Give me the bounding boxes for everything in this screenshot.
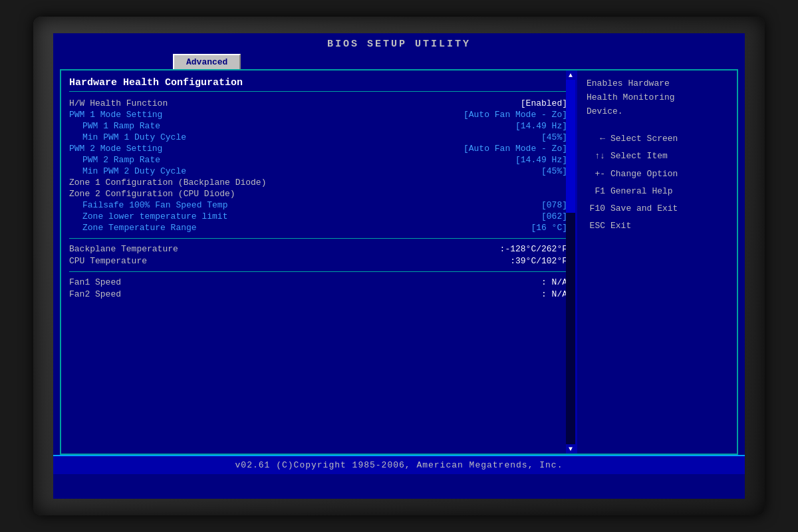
row-zone-lower-value: [062] (541, 211, 567, 221)
key-sym-updown: ↑↓ (587, 149, 605, 164)
key-desc-change-option: Change Option (610, 167, 678, 182)
row-zone-range[interactable]: Zone Temperature Range [16 °C] (69, 223, 567, 233)
row-pwm2-mode-value: [Auto Fan Mode - Zo] (464, 144, 567, 154)
row-zone-lower[interactable]: Zone lower temperature limit [062] (69, 211, 567, 221)
key-sym-f1: F1 (587, 184, 605, 199)
row-pwm1-duty-label: Min PWM 1 Duty Cycle (69, 132, 186, 142)
key-select-item: ↑↓ Select Item (587, 149, 728, 164)
row-pwm1-duty[interactable]: Min PWM 1 Duty Cycle [45%] (69, 132, 567, 142)
cpu-temp-label: CPU Temperature (69, 256, 147, 266)
row-pwm1-ramp[interactable]: PWM 1 Ramp Rate [14.49 Hz] (69, 121, 567, 131)
section-header: Hardware Health Configuration (69, 77, 567, 92)
row-pwm1-duty-value: [45%] (541, 132, 567, 142)
tab-row: Advanced (53, 53, 745, 69)
row-pwm2-duty-label: Min PWM 2 Duty Cycle (69, 166, 186, 176)
scrollbar-track (566, 80, 575, 444)
config-rows: H/W Health Function [Enabled] PWM 1 Mode… (69, 98, 567, 233)
temp-section: Backplane Temperature :-128°C/262°F CPU … (69, 244, 567, 266)
key-desc-exit: Exit (610, 219, 631, 233)
help-text: Enables Hardware Health Monitoring Devic… (587, 77, 728, 118)
row-pwm2-ramp[interactable]: PWM 2 Ramp Rate [14.49 Hz] (69, 155, 567, 165)
row-pwm2-ramp-value: [14.49 Hz] (515, 155, 567, 165)
fan1-value: : N/A (541, 277, 567, 287)
cpu-temp-row: CPU Temperature :39°C/102°F (69, 256, 567, 266)
row-zone2-label: Zone 2 Configuration (CPU Diode) (69, 189, 235, 199)
key-desc-select-screen: Select Screen (610, 132, 678, 146)
key-sym-plusminus: +- (587, 167, 605, 182)
key-select-screen: ← Select Screen (587, 132, 728, 146)
key-sym-esc: ESC (587, 219, 605, 233)
row-pwm2-mode[interactable]: PWM 2 Mode Setting [Auto Fan Mode - Zo] (69, 144, 567, 154)
row-pwm2-ramp-label: PWM 2 Ramp Rate (69, 155, 160, 165)
help-line2: Health Monitoring (587, 91, 728, 105)
key-change-option: +- Change Option (587, 167, 728, 182)
key-legend: ← Select Screen ↑↓ Select Item +- Change… (587, 132, 728, 233)
tab-label: Advanced (186, 57, 227, 67)
row-hw-health[interactable]: H/W Health Function [Enabled] (69, 98, 567, 108)
fan-section: Fan1 Speed : N/A Fan2 Speed : N/A (69, 277, 567, 299)
screen-inner: BIOS SETUP UTILITY Advanced Hardware Hea… (53, 33, 745, 499)
bios-title: BIOS SETUP UTILITY (53, 33, 745, 53)
content-wrapper: Hardware Health Configuration H/W Health… (60, 69, 738, 455)
title-text: BIOS SETUP UTILITY (327, 39, 471, 50)
row-zone2[interactable]: Zone 2 Configuration (CPU Diode) (69, 189, 567, 199)
row-pwm2-duty[interactable]: Min PWM 2 Duty Cycle [45%] (69, 166, 567, 176)
help-line1: Enables Hardware (587, 77, 728, 91)
key-sym-arrow: ← (587, 132, 605, 146)
key-desc-save-exit: Save and Exit (610, 201, 678, 216)
row-zone-range-value: [16 °C] (531, 223, 567, 233)
key-desc-general-help: General Help (610, 184, 673, 199)
row-failsafe[interactable]: Failsafe 100% Fan Speed Temp [078] (69, 200, 567, 210)
key-exit[interactable]: ESC Exit (587, 219, 728, 233)
scrollbar-thumb[interactable] (566, 80, 575, 213)
cpu-temp-value: :39°C/102°F (510, 256, 567, 266)
footer: v02.61 (C)Copyright 1985-2006, American … (53, 455, 745, 474)
fan2-value: : N/A (541, 289, 567, 299)
row-zone1[interactable]: Zone 1 Configuration (Backplane Diode) (69, 178, 567, 188)
fan1-label: Fan1 Speed (69, 277, 121, 287)
fan2-row: Fan2 Speed : N/A (69, 289, 567, 299)
row-hw-health-label: H/W Health Function (69, 98, 168, 108)
key-general-help: F1 General Help (587, 184, 728, 199)
row-pwm1-mode-label: PWM 1 Mode Setting (69, 110, 162, 120)
row-zone-lower-label: Zone lower temperature limit (69, 211, 227, 221)
help-line3: Device. (587, 105, 728, 119)
backplane-temp-row: Backplane Temperature :-128°C/262°F (69, 244, 567, 254)
row-hw-health-value: [Enabled] (521, 98, 567, 108)
side-panel: Enables Hardware Health Monitoring Devic… (577, 70, 737, 454)
key-desc-select-item: Select Item (610, 149, 668, 164)
scrollbar[interactable]: ▲ ▼ (566, 70, 575, 454)
fan2-label: Fan2 Speed (69, 289, 121, 299)
key-save-exit[interactable]: F10 Save and Exit (587, 201, 728, 216)
scrollbar-down[interactable]: ▼ (566, 444, 575, 454)
row-failsafe-label: Failsafe 100% Fan Speed Temp (69, 200, 227, 210)
footer-text: v02.61 (C)Copyright 1985-2006, American … (235, 460, 563, 470)
monitor-bezel: BIOS SETUP UTILITY Advanced Hardware Hea… (33, 17, 765, 515)
row-pwm2-duty-value: [45%] (541, 166, 567, 176)
row-pwm1-ramp-value: [14.49 Hz] (515, 121, 567, 131)
row-pwm1-mode[interactable]: PWM 1 Mode Setting [Auto Fan Mode - Zo] (69, 110, 567, 120)
row-zone1-label: Zone 1 Configuration (Backplane Diode) (69, 178, 266, 188)
row-pwm2-mode-label: PWM 2 Mode Setting (69, 144, 162, 154)
row-failsafe-value: [078] (541, 200, 567, 210)
section-header-text: Hardware Health Configuration (69, 77, 243, 88)
key-sym-f10: F10 (587, 201, 605, 216)
screen: BIOS SETUP UTILITY Advanced Hardware Hea… (53, 33, 745, 499)
fan1-row: Fan1 Speed : N/A (69, 277, 567, 287)
tab-advanced[interactable]: Advanced (173, 54, 241, 69)
row-pwm1-ramp-label: PWM 1 Ramp Rate (69, 121, 160, 131)
divider (69, 238, 567, 239)
row-pwm1-mode-value: [Auto Fan Mode - Zo] (464, 110, 567, 120)
backplane-temp-value: :-128°C/262°F (500, 244, 567, 254)
backplane-temp-label: Backplane Temperature (69, 244, 178, 254)
divider2 (69, 271, 567, 272)
main-panel: Hardware Health Configuration H/W Health… (61, 70, 577, 454)
scrollbar-up[interactable]: ▲ (566, 70, 575, 80)
row-zone-range-label: Zone Temperature Range (69, 223, 197, 233)
